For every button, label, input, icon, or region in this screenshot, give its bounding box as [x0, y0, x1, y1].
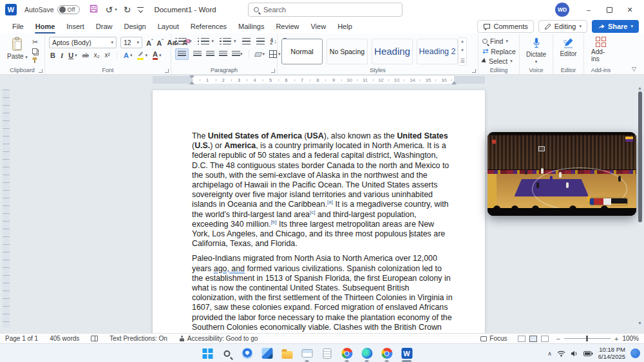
paragraph-dialog-launcher[interactable]	[271, 69, 275, 73]
tab-design[interactable]: Design	[118, 21, 151, 33]
tab-view[interactable]: View	[305, 21, 332, 33]
underline-dropdown-icon[interactable]: ▾	[75, 53, 77, 58]
align-left-button[interactable]	[175, 48, 189, 60]
highlight-dropdown-icon[interactable]: ▾	[145, 53, 147, 58]
style-heading-2[interactable]: Heading 2	[417, 39, 458, 64]
taskbar-icon-file-explorer[interactable]	[278, 345, 295, 362]
paragraph[interactable]: Paleo-Indians migrated from North Asia t…	[192, 254, 453, 333]
text-effects-dropdown-icon[interactable]: ▾	[130, 53, 133, 58]
tab-insert[interactable]: Insert	[61, 21, 90, 33]
multilevel-list-button[interactable]	[223, 38, 231, 44]
search-input[interactable]: Search	[248, 3, 402, 17]
strikethrough-button[interactable]: ab	[82, 52, 89, 59]
format-painter-button[interactable]	[32, 55, 38, 64]
gallery-up-icon[interactable]: ▲	[460, 39, 464, 43]
taskbar-icon-start[interactable]	[198, 345, 215, 362]
autosave-control[interactable]: AutoSave Off	[24, 5, 80, 14]
font-color-button[interactable]: A	[153, 50, 158, 60]
word-count[interactable]: 405 words	[50, 335, 79, 342]
gallery-more-icon[interactable]: ☰	[460, 58, 464, 64]
zoom-out-button[interactable]: −	[556, 335, 560, 343]
undo-button[interactable]: ↺	[105, 5, 113, 14]
horizontal-ruler[interactable]: 12345678910111213141516	[153, 76, 485, 84]
text-predictions[interactable]: Text Predictions: On	[109, 335, 167, 342]
maximize-button[interactable]	[599, 0, 620, 19]
styles-dialog-launcher[interactable]	[472, 69, 476, 73]
align-center-button[interactable]	[193, 51, 202, 57]
indent-marker-left[interactable]	[189, 75, 194, 84]
customize-qat-button[interactable]	[137, 7, 144, 13]
word-app-icon[interactable]: W	[5, 4, 17, 15]
share-button[interactable]: Share ▾	[592, 20, 639, 33]
tab-help[interactable]: Help	[332, 21, 358, 33]
align-right-button[interactable]	[206, 51, 214, 57]
collapse-ribbon-button[interactable]: ▽	[632, 66, 636, 72]
comments-button[interactable]: Comments	[477, 20, 534, 33]
vertical-scrollbar[interactable]: ▲ ▼	[636, 84, 644, 333]
subscript-button[interactable]: x₂	[94, 52, 100, 59]
clipboard-dialog-launcher[interactable]	[39, 69, 43, 73]
text-effects-button[interactable]: A	[124, 52, 129, 59]
avatar[interactable]: WD	[555, 3, 569, 17]
taskbar-icon-word[interactable]: W	[398, 345, 415, 362]
shrink-font-button[interactable]: Aˇ	[156, 39, 163, 47]
underline-button[interactable]: U	[68, 52, 73, 59]
zoom-slider-thumb[interactable]	[586, 336, 588, 341]
addins-button[interactable]: Add-ins	[588, 37, 614, 66]
read-mode-button[interactable]	[518, 336, 526, 342]
notification-center-icon[interactable]	[630, 348, 640, 358]
zoom-level[interactable]: 100%	[622, 335, 639, 342]
clock[interactable]: 10:18 PM 6/14/2025	[598, 347, 625, 360]
sort-button[interactable]: AZ↓	[270, 38, 277, 44]
bold-button[interactable]: B	[50, 52, 55, 59]
copy-button[interactable]	[32, 47, 38, 56]
shading-button[interactable]: ▾	[255, 52, 265, 57]
font-dialog-launcher[interactable]	[165, 69, 169, 73]
minimize-button[interactable]: –	[578, 0, 599, 19]
autosave-toggle[interactable]: Off	[57, 5, 80, 14]
tab-references[interactable]: References	[185, 21, 232, 33]
taskbar-icon-task-view[interactable]	[238, 345, 255, 362]
increase-indent-button[interactable]	[256, 38, 265, 44]
italic-button[interactable]: I	[61, 52, 63, 59]
tab-layout[interactable]: Layout	[152, 21, 185, 33]
close-button[interactable]: ✕	[620, 0, 640, 19]
taskbar-icon-notepad[interactable]	[318, 345, 335, 362]
accessibility-status[interactable]: Accessibility: Good to go	[179, 335, 258, 342]
taskbar-icon-search[interactable]	[218, 345, 235, 362]
document-page[interactable]: The United States of America (USA), also…	[153, 90, 485, 333]
tray-expand-icon[interactable]: ∧	[547, 350, 552, 357]
numbering-dropdown-icon[interactable]: ▾	[212, 39, 214, 44]
web-layout-button[interactable]	[541, 336, 549, 342]
justify-button[interactable]	[219, 51, 227, 57]
taskbar-icon-chrome[interactable]	[338, 345, 355, 362]
zoom-in-button[interactable]: +	[614, 335, 618, 343]
focus-button[interactable]: Focus	[480, 335, 507, 342]
select-button[interactable]: Select▾	[482, 57, 516, 65]
scroll-up-icon[interactable]: ▲	[636, 86, 644, 90]
tab-draw[interactable]: Draw	[90, 21, 118, 33]
vertical-ruler[interactable]	[3, 90, 10, 328]
taskbar-icon-media-player[interactable]	[298, 345, 315, 362]
style-normal[interactable]: Normal	[281, 39, 323, 64]
multilevel-dropdown-icon[interactable]: ▾	[234, 39, 236, 44]
taskbar-icon-chrome-2[interactable]	[378, 345, 395, 362]
style-heading[interactable]: Heading	[372, 39, 413, 64]
undo-dropdown-icon[interactable]: ▾	[115, 7, 117, 12]
scrollbar-thumb[interactable]	[638, 91, 642, 222]
page-indicator[interactable]: Page 1 of 1	[5, 335, 38, 342]
decrease-indent-button[interactable]	[242, 38, 251, 44]
battery-icon[interactable]	[583, 351, 593, 356]
superscript-button[interactable]: x²	[105, 52, 110, 59]
taskbar-icon-edge[interactable]	[358, 345, 375, 362]
replace-button[interactable]: ⇄Replace	[482, 47, 516, 55]
find-button[interactable]: Find▾	[482, 37, 516, 45]
cut-button[interactable]: ✂	[32, 38, 38, 47]
proofing-button[interactable]	[91, 336, 98, 341]
zoom-slider[interactable]	[564, 338, 611, 339]
styles-gallery-scroll[interactable]: ▲ ▼ ☰	[458, 37, 467, 66]
line-spacing-button[interactable]: ▾	[232, 51, 243, 57]
wifi-icon[interactable]	[557, 350, 565, 357]
bullets-dropdown-icon[interactable]: ▾	[189, 39, 192, 44]
speaker-icon[interactable]	[571, 350, 578, 357]
